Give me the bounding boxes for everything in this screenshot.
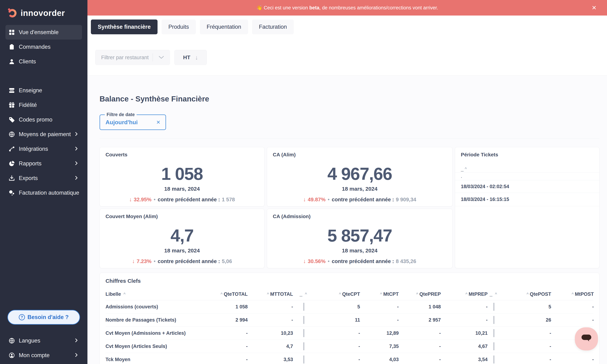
table-row: Admissions (couverts) 1 058 - 5 - 1 048 … [106, 300, 594, 313]
kpi-card-ca-alim: CA (Alim) 4 967,66 18 mars, 2024 ↓49.87%… [267, 147, 452, 207]
sidebar-item-moyens-de-paiement[interactable]: Moyens de paiement [5, 127, 82, 142]
sidebar-item-rapports[interactable]: Rapports [5, 156, 82, 171]
pie-chart-icon [9, 160, 15, 167]
column-divider [304, 329, 304, 337]
column-header-mtcpt[interactable]: ^MtCPT [360, 291, 399, 297]
column-header-mttotal[interactable]: ^MTTOTAL [248, 291, 293, 297]
clipboard-icon [9, 44, 15, 50]
column-header-separator[interactable]: _ ^ [293, 291, 315, 297]
tab-synthese-financiere[interactable]: Synthèse financière [91, 20, 158, 34]
sidebar-item-label: Fidélité [19, 102, 37, 108]
column-divider [494, 355, 494, 364]
sidebar-item-label: Codes promo [19, 117, 53, 123]
kpi-delta: ↓7.23%•contre précédent année :5,06 [106, 258, 259, 264]
sidebar-item-label: Rapports [19, 160, 41, 167]
report-tabs: Synthèse financière Produits Fréquentati… [87, 15, 607, 34]
sidebar-secondary-nav: Enseigne Fidélité [0, 83, 87, 200]
column-header-mtpost[interactable]: ^MtPOST [551, 291, 594, 297]
tickets-column-header[interactable]: _ ^ [455, 166, 599, 172]
row-divider [455, 206, 599, 206]
sort-caret-icon: ^ [527, 292, 528, 296]
sort-caret-icon: ^ [572, 292, 574, 296]
sidebar-item-facturation-automatique[interactable]: Facturation automatique [5, 185, 82, 200]
sidebar-bottom-nav: Langues Mon compte [0, 333, 87, 363]
sort-caret-icon: ^ [465, 292, 468, 296]
column-header-libelle[interactable]: Libelle ^ [106, 291, 217, 297]
filters-row: Filtrer par restaurant HT ↓ [95, 50, 607, 65]
restaurant-filter-placeholder: Filtrer par restaurant [95, 54, 153, 61]
column-header-qtecpt[interactable]: ^QteCPT [315, 291, 360, 297]
sidebar-item-vue-densemble[interactable]: Vue d'ensemble [5, 25, 82, 39]
chevron-down-icon [153, 56, 170, 59]
close-icon[interactable]: ✕ [592, 5, 596, 11]
sidebar-item-mon-compte[interactable]: Mon compte [5, 348, 82, 363]
help-button[interactable]: ? Besoin d'aide ? [7, 310, 80, 325]
table-row: Cvt Moyen (Admissions + Articles) - 10,2… [106, 327, 594, 340]
sort-caret-icon: ^ [267, 292, 269, 296]
sidebar-item-codes-promo[interactable]: Codes promo [5, 112, 82, 127]
tab-facturation[interactable]: Facturation [252, 20, 294, 34]
kpi-card-couvert-moyen-alim: Couvert Moyen (Alim) 4,7 18 mars, 2024 ↓… [100, 209, 264, 268]
bubbles-icon [9, 190, 15, 196]
tax-mode-select[interactable]: HT ↓ [174, 50, 207, 65]
globe-icon [9, 338, 15, 344]
kpi-delta: ↓32.95%•contre précédent année :1 578 [106, 196, 259, 203]
storefront-icon [9, 87, 15, 93]
sidebar-item-clients[interactable]: Clients [5, 54, 82, 69]
column-header-qteprep[interactable]: ^QtePREP [399, 291, 441, 297]
kpi-value: 1 058 [106, 165, 259, 182]
column-header-qtepost[interactable]: ^QtePOST [500, 291, 551, 297]
column-header-separator[interactable]: _ ^ [488, 291, 500, 297]
sidebar-item-label: Mon compte [19, 352, 50, 359]
sidebar-item-commandes[interactable]: Commandes [5, 39, 82, 54]
restaurant-filter-select[interactable]: Filtrer par restaurant [95, 50, 170, 65]
sidebar-item-exports[interactable]: Exports [5, 171, 82, 185]
page-title: Balance - Synthèse Financière [100, 95, 599, 103]
chevron-right-icon [75, 132, 78, 137]
globe-icon [9, 131, 15, 137]
sidebar-item-label: Langues [19, 338, 40, 344]
sidebar-item-langues[interactable]: Langues [5, 333, 82, 348]
sort-caret-icon: ^ [123, 292, 126, 296]
beta-banner: 👋 Ceci est une version beta, de nombreus… [87, 0, 607, 15]
person-icon [9, 59, 15, 65]
date-filter[interactable]: Filtre de date Aujourd'hui ✕ [100, 115, 166, 130]
ticket-row: . [455, 173, 599, 180]
sidebar-item-label: Intégrations [19, 146, 48, 152]
brand-name: innovorder [21, 8, 65, 18]
sidebar-primary-nav: Vue d'ensemble Commandes Clients [0, 25, 87, 69]
date-filter-label: Filtre de date [105, 112, 137, 117]
sidebar-item-fidelite[interactable]: Fidélité [5, 98, 82, 112]
brand-logo: innovorder [0, 0, 87, 20]
sort-caret-icon: ^ [416, 292, 418, 296]
column-header-qtetotal[interactable]: ^QteTOTAL [217, 291, 248, 297]
tab-produits[interactable]: Produits [161, 20, 196, 34]
column-divider [494, 342, 494, 350]
sort-caret-icon: ^ [305, 292, 307, 296]
chiffres-clefs-card: Chiffres Clefs Libelle ^ ^QteTOTAL ^MTTO… [100, 273, 599, 364]
integration-icon [9, 146, 15, 152]
gift-icon [9, 102, 15, 108]
chat-launcher-button[interactable] [575, 327, 598, 351]
kpi-date: 18 mars, 2024 [106, 186, 259, 192]
chevron-right-icon [75, 147, 78, 151]
kpi-delta: ↓30.56%•contre précédent année :8 435,26 [273, 258, 447, 264]
tab-frequentation[interactable]: Fréquentation [200, 20, 248, 34]
page-content: Balance - Synthèse Financière Filtre de … [87, 76, 607, 364]
arrow-down-icon: ↓ [132, 258, 135, 264]
clear-date-icon[interactable]: ✕ [156, 119, 165, 125]
panel-title: Période Tickets [455, 152, 599, 158]
kpi-cards-grid: Couverts 1 058 18 mars, 2024 ↓32.95%•con… [100, 147, 599, 268]
sidebar-item-enseigne[interactable]: Enseigne [5, 83, 82, 98]
column-header-mtprep[interactable]: ^MtPREP [441, 291, 488, 297]
sidebar-item-label: Enseigne [19, 87, 42, 94]
column-divider [494, 329, 494, 337]
sidebar-item-integrations[interactable]: Intégrations [5, 142, 82, 156]
sort-caret-icon: ^ [380, 292, 382, 296]
account-icon [9, 352, 15, 358]
arrow-down-icon: ↓ [129, 196, 132, 203]
ticket-row: 18/03/2024 - 02:02:54 [455, 180, 599, 193]
kpi-date: 18 mars, 2024 [273, 247, 447, 254]
kpi-title: Couvert Moyen (Alim) [106, 214, 259, 219]
chevron-right-icon [75, 353, 78, 358]
